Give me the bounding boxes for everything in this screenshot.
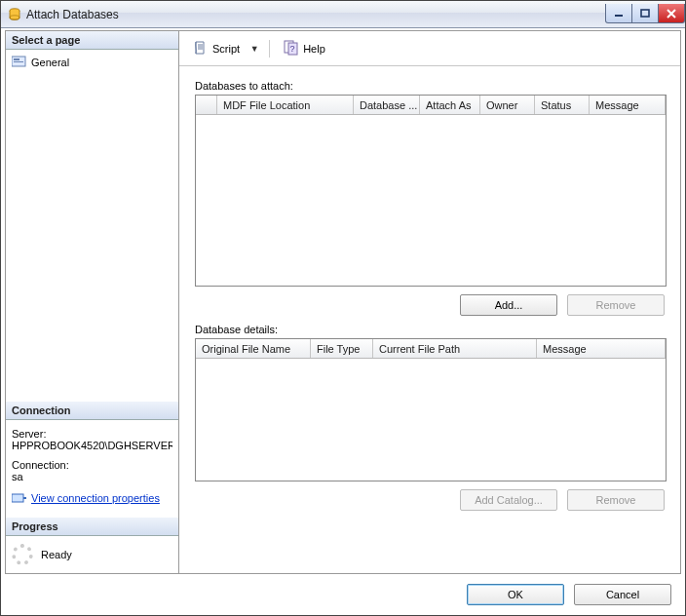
col-status[interactable]: Status bbox=[535, 96, 590, 114]
add-button[interactable]: Add... bbox=[460, 294, 557, 316]
databases-grid-header: MDF File Location Database ... Attach As… bbox=[196, 96, 666, 115]
help-label: Help bbox=[303, 43, 325, 55]
connection-label: Connection: bbox=[12, 459, 172, 471]
col-database[interactable]: Database ... bbox=[354, 96, 420, 114]
view-connection-properties-link[interactable]: View connection properties bbox=[31, 492, 160, 504]
app-icon bbox=[7, 7, 22, 22]
titlebar[interactable]: Attach Databases bbox=[1, 1, 685, 28]
svg-rect-3 bbox=[641, 10, 649, 17]
server-value: HPPROBOOK4520\DGHSERVER bbox=[12, 440, 172, 451]
script-button[interactable]: Script bbox=[189, 38, 244, 59]
databases-grid[interactable]: MDF File Location Database ... Attach As… bbox=[195, 95, 667, 287]
script-icon bbox=[193, 40, 209, 58]
database-details-label: Database details: bbox=[195, 324, 667, 335]
connection-header: Connection bbox=[6, 402, 178, 420]
window-title: Attach Databases bbox=[26, 8, 606, 21]
col-message[interactable]: Message bbox=[590, 96, 666, 114]
col-details-message[interactable]: Message bbox=[537, 339, 666, 358]
details-grid[interactable]: Original File Name File Type Current Fil… bbox=[195, 338, 667, 481]
attach-databases-dialog: Attach Databases Select a page bbox=[0, 0, 686, 616]
close-button[interactable] bbox=[658, 4, 685, 23]
svg-rect-8 bbox=[23, 497, 26, 499]
script-label: Script bbox=[212, 43, 240, 55]
maximize-button[interactable] bbox=[631, 4, 659, 23]
svg-rect-7 bbox=[12, 494, 23, 502]
col-owner[interactable]: Owner bbox=[480, 96, 535, 114]
svg-text:?: ? bbox=[290, 44, 295, 54]
connection-properties-icon bbox=[12, 492, 27, 504]
dialog-footer: OK Cancel bbox=[1, 574, 685, 615]
col-mdf[interactable]: MDF File Location bbox=[217, 96, 354, 114]
progress-header: Progress bbox=[6, 518, 178, 536]
remove-bottom-button: Remove bbox=[567, 489, 665, 511]
remove-top-button: Remove bbox=[567, 294, 665, 316]
details-grid-body bbox=[196, 359, 666, 481]
col-file-type[interactable]: File Type bbox=[311, 339, 373, 358]
svg-rect-6 bbox=[14, 61, 23, 62]
help-button[interactable]: ? Help bbox=[280, 38, 329, 59]
main-panel: Script ▼ ? Help Databases to attach: bbox=[179, 31, 680, 573]
progress-status: Ready bbox=[41, 549, 72, 560]
script-dropdown-icon[interactable]: ▼ bbox=[249, 44, 259, 54]
select-page-header: Select a page bbox=[6, 31, 178, 50]
svg-rect-2 bbox=[615, 15, 623, 17]
databases-grid-body bbox=[196, 115, 666, 286]
connection-value: sa bbox=[12, 471, 172, 482]
sidebar-item-general[interactable]: General bbox=[12, 54, 172, 71]
sidebar-item-label: General bbox=[31, 57, 69, 68]
col-current-file-path[interactable]: Current File Path bbox=[373, 339, 537, 358]
page-icon bbox=[12, 56, 27, 69]
databases-to-attach-label: Databases to attach: bbox=[195, 80, 667, 92]
sidebar: Select a page General Connection Server:… bbox=[6, 31, 179, 573]
details-grid-header: Original File Name File Type Current Fil… bbox=[196, 339, 666, 359]
progress-spinner-icon bbox=[12, 544, 33, 565]
col-attach-as[interactable]: Attach As bbox=[420, 96, 480, 114]
grid-corner bbox=[196, 96, 217, 114]
minimize-button[interactable] bbox=[605, 4, 632, 23]
svg-rect-5 bbox=[14, 58, 19, 60]
window-controls bbox=[606, 4, 685, 23]
col-original-file-name[interactable]: Original File Name bbox=[196, 339, 311, 358]
toolbar-separator bbox=[269, 40, 270, 58]
help-icon: ? bbox=[284, 40, 299, 58]
toolbar: Script ▼ ? Help bbox=[179, 31, 680, 66]
add-catalog-button: Add Catalog... bbox=[460, 489, 557, 511]
cancel-button[interactable]: Cancel bbox=[574, 584, 671, 605]
ok-button[interactable]: OK bbox=[467, 584, 564, 605]
server-label: Server: bbox=[12, 428, 172, 440]
